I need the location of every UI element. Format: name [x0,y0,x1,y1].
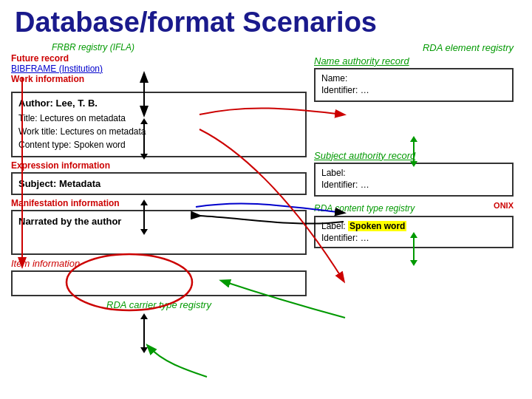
manifestation-box: Narrated by the author [11,210,307,255]
rda-content-label: RDA content type registry [314,203,415,214]
spoken-label-row: Label: Spoken word [321,221,506,231]
expression-box: Subject: Metadata [11,172,307,195]
content-type-row: Content type: Spoken word [18,138,299,151]
spoken-identifier: Identifier: … [321,233,506,243]
name-field: Name: [321,73,506,83]
spoken-word-box: Label: Spoken word Identifier: … [314,216,514,248]
work-title-row: Work title: Lectures on metadata [18,125,299,138]
record-labels-area: Future record BIBFRAME (Institution) Wor… [11,53,307,92]
left-column: FRBR registry (IFLA) Future record BIBFR… [11,42,307,310]
expression-label: Expression information [11,160,307,171]
author-row: Author: Lee, T. B. [18,98,299,109]
right-column: RDA element registry Name authority reco… [314,42,514,310]
manifestation-empty-space [18,227,299,249]
spoken-word-value: Spoken word [348,221,406,231]
bibframe-label: BIBFRAME (Institution) [11,64,103,74]
author-label: Author: [18,98,53,109]
work-details: Title: Lectures on metadata Work title: … [18,112,299,151]
svg-marker-8 [140,313,148,319]
frbr-registry-label: FRBR registry (IFLA) [52,42,307,52]
subject-authority-box: Label: Identifier: … [314,163,514,197]
title-row: Title: Lectures on metadata [18,112,299,125]
rda-carrier-label: RDA carrier type registry [11,299,307,310]
svg-marker-9 [140,347,148,353]
future-record-label: Future record [11,53,69,64]
manifestation-text: Narrated by the author [18,216,299,227]
rda-element-label: RDA element registry [314,42,514,53]
name-identifier: Identifier: … [321,85,506,95]
subject-row: Subject: Metadata [18,178,299,189]
work-info-label: Work information [11,74,84,84]
name-authority-box: Name: Identifier: … [314,68,514,102]
rda-content-area: RDA content type registry ONIX [314,201,514,214]
subject-identifier: Identifier: … [321,180,506,190]
subject-label-field: Label: [321,168,506,178]
item-information-label: Item information [11,258,307,269]
item-box [11,270,307,296]
onix-label: ONIX [494,201,514,210]
name-authority-label: Name authority record [314,55,514,66]
author-value: Lee, T. B. [56,98,98,109]
work-box: Author: Lee, T. B. Title: Lectures on me… [11,92,307,157]
subject-authority-label: Subject authority record [314,150,514,161]
manifestation-label: Manifestation information [11,198,307,208]
page-title: Database/format Scenarios [0,0,532,42]
